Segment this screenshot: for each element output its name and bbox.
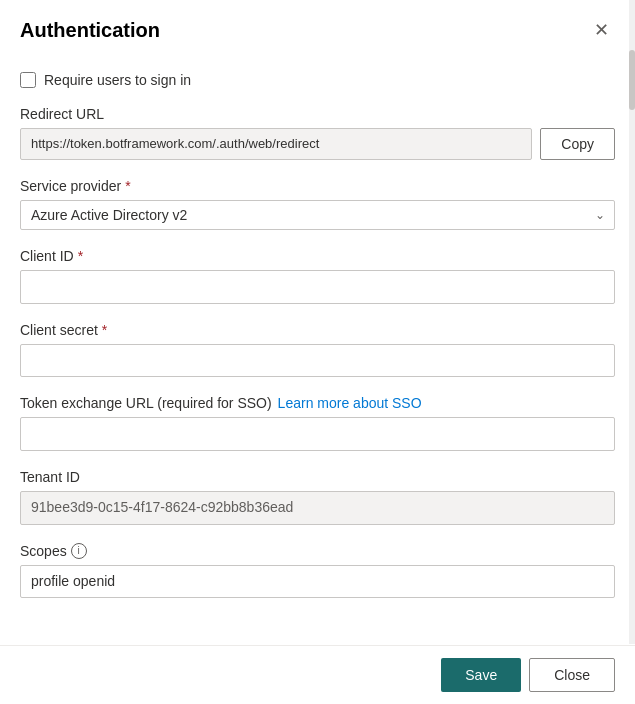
scrollbar-track[interactable]: [629, 56, 635, 644]
require-signin-checkbox[interactable]: [20, 72, 36, 88]
tenant-id-label: Tenant ID: [20, 469, 615, 485]
required-star-service: *: [125, 178, 130, 194]
required-star-client-secret: *: [102, 322, 107, 338]
redirect-url-group: Redirect URL https://token.botframework.…: [20, 106, 615, 160]
client-id-label: Client ID *: [20, 248, 615, 264]
token-exchange-url-label: Token exchange URL (required for SSO) Le…: [20, 395, 615, 411]
service-provider-select[interactable]: Azure Active Directory v2 Azure Active D…: [20, 200, 615, 230]
close-icon-button[interactable]: ✕: [587, 16, 615, 44]
client-secret-group: Client secret *: [20, 322, 615, 378]
authentication-dialog: Authentication ✕ Require users to sign i…: [0, 0, 635, 704]
tenant-id-input: [20, 491, 615, 525]
client-id-input[interactable]: [20, 270, 615, 304]
service-provider-select-wrapper: Azure Active Directory v2 Azure Active D…: [20, 200, 615, 230]
required-star-client-id: *: [78, 248, 83, 264]
dialog-title: Authentication: [20, 19, 160, 42]
client-id-group: Client ID *: [20, 248, 615, 304]
service-provider-group: Service provider * Azure Active Director…: [20, 178, 615, 230]
require-signin-label: Require users to sign in: [44, 72, 191, 88]
client-secret-label: Client secret *: [20, 322, 615, 338]
info-icon[interactable]: i: [71, 543, 87, 559]
token-exchange-url-group: Token exchange URL (required for SSO) Le…: [20, 395, 615, 451]
redirect-url-label: Redirect URL: [20, 106, 615, 122]
scopes-label: Scopes i: [20, 543, 615, 559]
scopes-input[interactable]: [20, 565, 615, 599]
token-exchange-url-input[interactable]: [20, 417, 615, 451]
scrollbar-thumb[interactable]: [629, 56, 635, 110]
require-signin-row: Require users to sign in: [20, 72, 615, 88]
dialog-body: Require users to sign in Redirect URL ht…: [0, 56, 635, 645]
redirect-url-row: https://token.botframework.com/.auth/web…: [20, 128, 615, 160]
dialog-footer: Save Close: [0, 645, 635, 704]
scopes-group: Scopes i: [20, 543, 615, 599]
tenant-id-group: Tenant ID: [20, 469, 615, 525]
client-secret-input[interactable]: [20, 344, 615, 378]
copy-button[interactable]: Copy: [540, 128, 615, 160]
close-button[interactable]: Close: [529, 658, 615, 692]
dialog-header: Authentication ✕: [0, 0, 635, 56]
learn-more-sso-link[interactable]: Learn more about SSO: [278, 395, 422, 411]
save-button[interactable]: Save: [441, 658, 521, 692]
redirect-url-value: https://token.botframework.com/.auth/web…: [20, 128, 532, 160]
service-provider-label: Service provider *: [20, 178, 615, 194]
